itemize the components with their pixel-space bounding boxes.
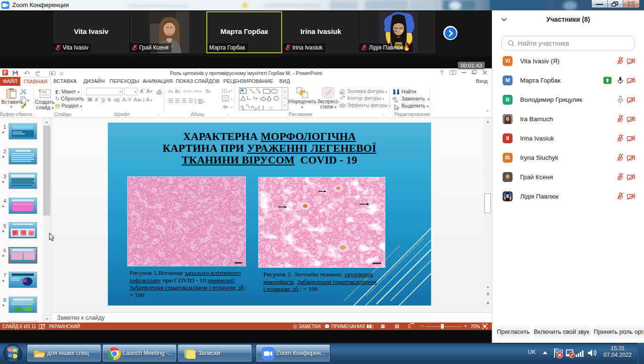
svg-text:☆: ☆ <box>269 105 273 110</box>
svg-text:✦: ✦ <box>38 88 41 93</box>
svg-text:▾: ▾ <box>231 89 232 92</box>
svg-text:ac: ac <box>394 99 398 103</box>
svg-text:{ }: { } <box>258 105 264 110</box>
svg-text:▾: ▾ <box>231 106 232 109</box>
svg-text:?: ? <box>440 69 443 76</box>
svg-text:A: A <box>228 89 230 94</box>
svg-text:▾: ▾ <box>27 99 29 103</box>
svg-text:▾: ▾ <box>231 98 232 100</box>
